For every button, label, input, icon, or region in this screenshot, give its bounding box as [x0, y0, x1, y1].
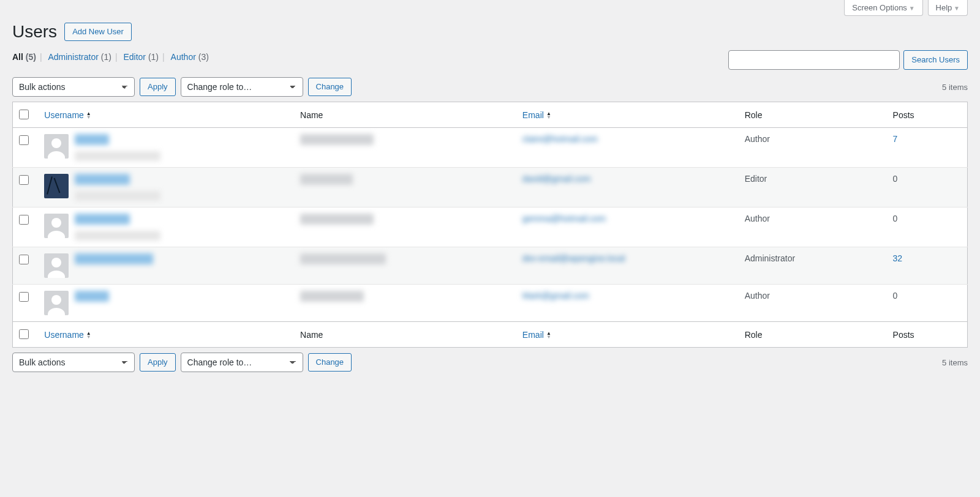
change-role-select-bottom[interactable]: Change role to… — [181, 353, 303, 372]
user-email-link[interactable]: claire@hotmail.com — [522, 134, 598, 144]
table-row: gemma@hotmail.comAuthor0 — [13, 207, 968, 247]
user-role: Administrator — [739, 247, 887, 285]
row-actions[interactable] — [75, 151, 160, 161]
user-posts-count: 0 — [887, 168, 968, 207]
avatar — [44, 134, 69, 159]
help-toggle[interactable]: Help — [928, 0, 968, 16]
username-link[interactable] — [75, 214, 130, 225]
search-users-button[interactable]: Search Users — [903, 50, 968, 70]
user-posts-count: 0 — [887, 207, 968, 247]
col-role: Role — [739, 102, 887, 128]
bulk-apply-top[interactable]: Apply — [140, 78, 176, 97]
avatar — [44, 253, 69, 278]
users-table: Username▲▼ Name Email▲▼ Role Posts clair… — [12, 102, 968, 348]
change-role-button-bottom[interactable]: Change — [308, 353, 352, 372]
user-role: Author — [739, 128, 887, 168]
bulk-actions-select-bottom[interactable]: Bulk actions — [12, 353, 135, 372]
user-posts-link[interactable]: 7 — [893, 134, 898, 144]
col-role-bottom: Role — [739, 322, 887, 348]
col-posts: Posts — [887, 102, 968, 128]
user-email-link[interactable]: dev-email@wpengine.local — [522, 253, 625, 263]
col-name-bottom: Name — [294, 322, 516, 348]
select-all-bottom[interactable] — [19, 329, 29, 339]
user-full-name — [300, 134, 374, 145]
filter-author[interactable]: Author (3) — [171, 52, 209, 62]
select-all-top[interactable] — [19, 110, 29, 119]
filter-editor[interactable]: Editor (1) — [123, 52, 159, 62]
filter-all[interactable]: All (5) — [12, 52, 36, 62]
user-full-name — [300, 214, 374, 225]
bulk-actions-select-top[interactable]: Bulk actions — [12, 77, 135, 97]
user-posts-count: 0 — [887, 285, 968, 322]
sort-email-bottom[interactable]: Email▲▼ — [522, 330, 551, 340]
user-posts-link[interactable]: 32 — [893, 253, 903, 263]
row-actions[interactable] — [75, 191, 160, 201]
sort-icon: ▲▼ — [546, 332, 551, 339]
user-email-link[interactable]: david@gmail.com — [522, 174, 590, 184]
add-new-user-button[interactable]: Add New User — [64, 23, 132, 42]
user-full-name — [300, 174, 353, 185]
sort-icon: ▲▼ — [86, 112, 91, 119]
items-count-bottom: 5 items — [942, 358, 968, 367]
avatar — [44, 174, 69, 198]
change-role-button-top[interactable]: Change — [308, 78, 352, 97]
row-checkbox[interactable] — [19, 135, 29, 145]
sort-icon: ▲▼ — [546, 112, 551, 119]
username-link[interactable] — [75, 291, 109, 302]
username-link[interactable] — [75, 174, 130, 185]
table-row: dev-email@wpengine.localAdministrator32 — [13, 247, 968, 285]
username-link[interactable] — [75, 253, 153, 264]
sort-username[interactable]: Username▲▼ — [44, 110, 91, 120]
row-checkbox[interactable] — [19, 215, 29, 225]
user-email-link[interactable]: gemma@hotmail.com — [522, 214, 606, 223]
col-posts-bottom: Posts — [887, 322, 968, 348]
table-row: Mark@gmail.comAuthor0 — [13, 285, 968, 322]
row-checkbox[interactable] — [19, 255, 29, 264]
screen-options-toggle[interactable]: Screen Options — [844, 0, 922, 16]
user-role: Editor — [739, 168, 887, 207]
change-role-select-top[interactable]: Change role to… — [181, 77, 303, 97]
user-full-name — [300, 253, 386, 264]
avatar — [44, 291, 69, 315]
bulk-apply-bottom[interactable]: Apply — [140, 353, 176, 372]
sort-username-bottom[interactable]: Username▲▼ — [44, 330, 91, 340]
search-users-input[interactable] — [728, 50, 900, 70]
user-full-name — [300, 291, 364, 302]
col-name: Name — [294, 102, 516, 128]
table-row: david@gmail.comEditor0 — [13, 168, 968, 207]
user-role-filters: All (5) Administrator (1) Editor (1) Aut… — [12, 52, 209, 62]
user-role: Author — [739, 207, 887, 247]
row-checkbox[interactable] — [19, 292, 29, 302]
sort-email[interactable]: Email▲▼ — [522, 110, 551, 120]
items-count-top: 5 items — [942, 83, 968, 92]
user-role: Author — [739, 285, 887, 322]
table-row: claire@hotmail.comAuthor7 — [13, 128, 968, 168]
page-title: Users — [12, 22, 57, 42]
username-link[interactable] — [75, 134, 109, 145]
user-email-link[interactable]: Mark@gmail.com — [522, 291, 589, 301]
row-actions[interactable] — [75, 231, 160, 241]
filter-administrator[interactable]: Administrator (1) — [48, 52, 111, 62]
avatar — [44, 214, 69, 238]
row-checkbox[interactable] — [19, 175, 29, 185]
sort-icon: ▲▼ — [86, 332, 91, 339]
